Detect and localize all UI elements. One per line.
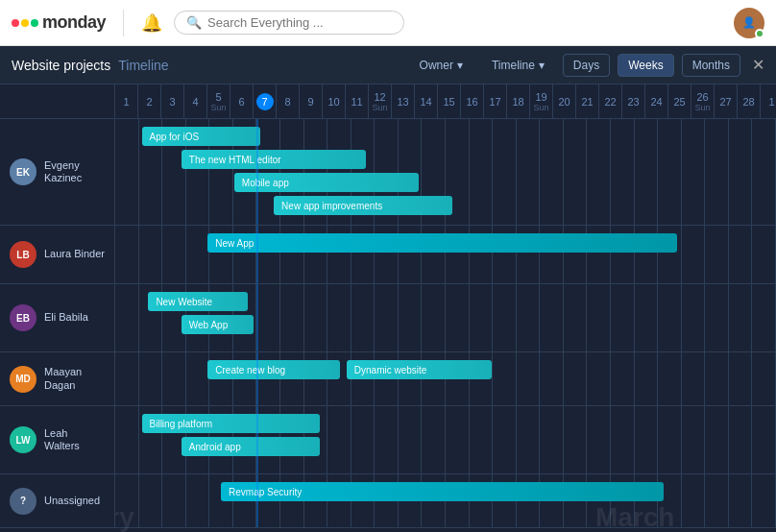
logo-dot-green bbox=[31, 19, 38, 27]
timeline-maayan: Create new blogDynamic website bbox=[115, 352, 776, 405]
weeks-view-btn[interactable]: Weeks bbox=[618, 54, 673, 77]
gantt-bar-evgeny-0[interactable]: App for iOS bbox=[142, 127, 261, 146]
row-label-laura: LBLaura Binder bbox=[0, 226, 115, 283]
date-cell-23: 24 bbox=[645, 85, 668, 118]
date-cell-4: 5Sun bbox=[207, 85, 230, 118]
timeline-unassigned: Revmap Security bbox=[115, 474, 776, 527]
days-view-btn[interactable]: Days bbox=[563, 54, 610, 77]
avatar-container[interactable]: 👤 bbox=[734, 8, 764, 38]
today-line bbox=[256, 474, 258, 527]
search-icon: 🔍 bbox=[186, 15, 202, 30]
top-nav: monday 🔔 🔍 👤 bbox=[0, 0, 776, 46]
search-input[interactable] bbox=[207, 15, 392, 30]
date-cell-9: 10 bbox=[323, 85, 346, 118]
gantt-bar-evgeny-1[interactable]: The new HTML editor bbox=[182, 150, 367, 169]
date-cell-13: 14 bbox=[415, 85, 438, 118]
avatar-status bbox=[755, 29, 764, 38]
gantt-bar-eli-0[interactable]: New Website bbox=[148, 292, 247, 311]
date-cell-18: 19Sun bbox=[530, 85, 553, 118]
avatar-evgeny: EK bbox=[10, 158, 36, 185]
gantt-bar-leah-1[interactable]: Android app bbox=[182, 437, 320, 456]
owner-dropdown[interactable]: Owner ▾ bbox=[409, 54, 473, 77]
gantt-bar-evgeny-3[interactable]: New app improvements bbox=[274, 196, 452, 215]
date-cell-26: 27 bbox=[715, 85, 738, 118]
row-label-header bbox=[0, 85, 115, 118]
date-cell-2: 3 bbox=[161, 85, 184, 118]
gantt-bar-laura-0[interactable]: New AppFeb 10thFeb 28th bbox=[207, 233, 676, 253]
logo-text: monday bbox=[42, 12, 106, 33]
logo-dot-red bbox=[12, 19, 19, 27]
grid-row-eli: EBEli BabilaNew WebsiteWeb App bbox=[0, 284, 776, 352]
project-title: Website projects bbox=[12, 58, 110, 73]
gantt-bar-maayan-1[interactable]: Dynamic website bbox=[347, 360, 492, 379]
row-name-unassigned: Unassigned bbox=[44, 495, 100, 507]
date-cell-7: 8 bbox=[277, 85, 300, 118]
logo-dots bbox=[12, 19, 38, 27]
date-cell-11: 12Sun bbox=[369, 85, 392, 118]
search-bar: 🔍 bbox=[174, 11, 404, 35]
date-header: 12345Sun6789101112Sun13141516171819Sun20… bbox=[0, 85, 776, 119]
date-cell-16: 17 bbox=[484, 85, 507, 118]
row-name-maayan: Maayan Dagan bbox=[44, 366, 105, 391]
avatar-unassigned: ? bbox=[10, 488, 36, 515]
gantt-bar-eli-1[interactable]: Web App bbox=[182, 315, 255, 334]
date-cell-10: 11 bbox=[346, 85, 369, 118]
date-cell-3: 4 bbox=[184, 85, 207, 118]
date-cell-20: 21 bbox=[576, 85, 599, 118]
row-name-eli: Eli Babila bbox=[44, 311, 88, 324]
grid-row-laura: LBLaura BinderNew AppFeb 10thFeb 28th bbox=[0, 226, 776, 284]
gantt-bar-evgeny-2[interactable]: Mobile app bbox=[234, 173, 420, 192]
view-subtitle: Timeline bbox=[118, 58, 168, 73]
gantt-bar-unassigned-0[interactable]: Revmap Security bbox=[221, 482, 664, 501]
timeline-evgeny: App for iOSThe new HTML editorMobile app… bbox=[115, 119, 776, 225]
date-cells: 12345Sun6789101112Sun13141516171819Sun20… bbox=[115, 85, 776, 118]
nav-divider bbox=[123, 10, 124, 36]
grid-row-evgeny: EKEvgeny KazinecApp for iOSThe new HTML … bbox=[0, 119, 776, 226]
row-name-leah: Leah Walters bbox=[44, 427, 105, 452]
main-grid: EKEvgeny KazinecApp for iOSThe new HTML … bbox=[0, 119, 776, 532]
date-cell-5: 6 bbox=[230, 85, 254, 118]
row-label-maayan: MDMaayan Dagan bbox=[0, 352, 115, 405]
date-cell-0: 1 bbox=[115, 85, 138, 118]
gantt-bar-leah-0[interactable]: Billing platform bbox=[142, 414, 321, 433]
today-line bbox=[256, 352, 258, 405]
avatar-eli: EB bbox=[10, 304, 36, 331]
row-name-evgeny: Evgeny Kazinec bbox=[44, 159, 105, 184]
date-cell-25: 26Sun bbox=[691, 85, 715, 118]
date-cell-1: 2 bbox=[138, 85, 161, 118]
date-cell-17: 18 bbox=[507, 85, 530, 118]
row-name-laura: Laura Binder bbox=[44, 248, 105, 260]
today-line bbox=[256, 226, 258, 283]
timeline-dropdown[interactable]: Timeline ▾ bbox=[481, 54, 555, 77]
timeline-eli: New WebsiteWeb App bbox=[115, 284, 776, 351]
date-cell-6: 7 bbox=[254, 85, 277, 118]
grid-row-maayan: MDMaayan DaganCreate new blogDynamic web… bbox=[0, 352, 776, 406]
avatar-maayan: MD bbox=[10, 366, 36, 393]
row-label-evgeny: EKEvgeny Kazinec bbox=[0, 119, 115, 225]
timeline-leah: Billing platformAndroid app bbox=[115, 406, 776, 473]
date-cell-19: 20 bbox=[553, 85, 576, 118]
avatar-laura: LB bbox=[10, 241, 36, 268]
today-line bbox=[256, 119, 258, 225]
today-line bbox=[256, 284, 258, 351]
grid-row-unassigned: ?UnassignedRevmap Security bbox=[0, 474, 776, 528]
bell-icon[interactable]: 🔔 bbox=[141, 12, 162, 34]
date-cell-14: 15 bbox=[438, 85, 461, 118]
date-cell-22: 23 bbox=[622, 85, 645, 118]
row-label-eli: EBEli Babila bbox=[0, 284, 115, 351]
close-button[interactable]: ✕ bbox=[752, 56, 764, 74]
date-cell-15: 16 bbox=[461, 85, 484, 118]
toolbar: Website projects Timeline Owner ▾ Timeli… bbox=[0, 46, 776, 85]
date-cell-8: 9 bbox=[300, 85, 323, 118]
today-line bbox=[256, 406, 258, 473]
date-cell-24: 25 bbox=[668, 85, 691, 118]
timeline-laura: New AppFeb 10thFeb 28th bbox=[115, 226, 776, 283]
date-cell-12: 13 bbox=[392, 85, 415, 118]
grid-row-leah: LWLeah WaltersBilling platformAndroid ap… bbox=[0, 406, 776, 474]
date-cell-27: 28 bbox=[738, 85, 761, 118]
row-label-unassigned: ?Unassigned bbox=[0, 474, 115, 527]
months-view-btn[interactable]: Months bbox=[682, 54, 740, 77]
gantt-bar-maayan-0[interactable]: Create new blog bbox=[207, 360, 340, 379]
date-cell-28: 1 bbox=[761, 85, 776, 118]
avatar-leah: LW bbox=[10, 426, 36, 453]
